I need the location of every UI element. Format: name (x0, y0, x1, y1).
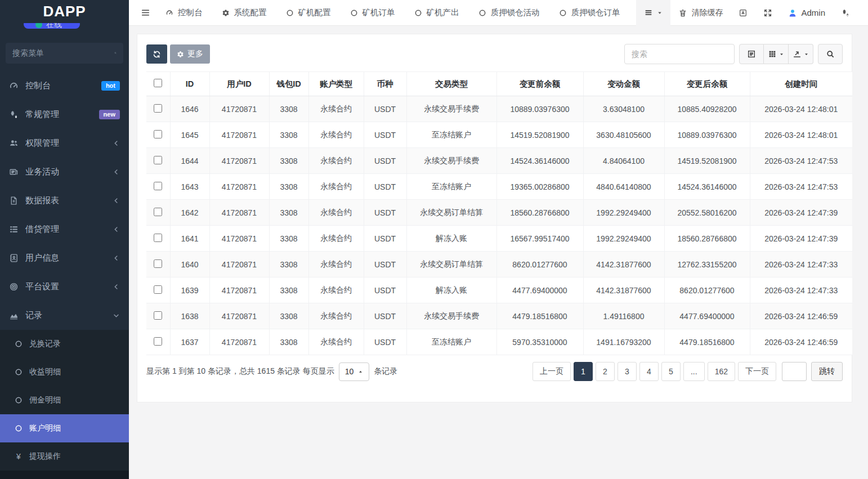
table-cell: 2026-03-24 12:47:33 (750, 252, 852, 277)
table-cell: 1638 (170, 303, 209, 329)
sidebar-item[interactable]: 数据报表 (0, 186, 129, 215)
table-cell: 41720871 (209, 329, 269, 355)
sidebar-subitem[interactable]: 账户明细 (0, 414, 129, 442)
sidebar-submenu: 兑换记录收益明细佣金明细账户明细¥提现操作 (0, 330, 129, 471)
table-search-input[interactable] (624, 44, 735, 64)
sidebar-subitem[interactable]: 兑换记录 (0, 330, 129, 358)
column-header: 交易类型 (406, 72, 496, 96)
row-checkbox-cell (146, 122, 170, 148)
row-checkbox[interactable] (154, 285, 162, 294)
chevron-left-icon (113, 168, 120, 176)
menu-search-input[interactable] (12, 48, 114, 57)
row-checkbox[interactable] (154, 311, 162, 320)
row-checkbox-cell (146, 329, 170, 355)
tab-list-dropdown-button[interactable] (636, 0, 670, 26)
table-cell: 4477.69400000 (664, 303, 750, 329)
search-button[interactable] (818, 44, 843, 64)
clear-cache-button[interactable]: 清除缓存 (670, 0, 731, 26)
columns-button[interactable] (764, 44, 789, 64)
table-cell: 41720871 (209, 122, 269, 148)
table-cell: 12762.33155200 (664, 252, 750, 277)
refresh-button[interactable] (146, 44, 167, 64)
page-number-button[interactable]: 162 (708, 362, 735, 381)
sidebar-subitem[interactable]: ¥提现操作 (0, 442, 129, 471)
topnav-tab[interactable]: 质押锁仓订单 (549, 0, 630, 26)
table-cell: 2026-03-24 12:47:33 (750, 277, 852, 303)
row-checkbox[interactable] (154, 234, 162, 242)
table-cell: 19365.00286800 (496, 174, 583, 200)
page-number-button[interactable]: 4 (639, 362, 659, 381)
table-cell: 永续合约 (308, 148, 364, 174)
sidebar-item[interactable]: 控制台hot (0, 71, 129, 100)
page-number-button[interactable]: 2 (596, 362, 615, 381)
detail-view-button[interactable] (739, 44, 764, 64)
jump-page-input[interactable] (782, 362, 807, 381)
table-cell: 2026-03-24 12:46:59 (750, 303, 852, 329)
sidebar-subitem[interactable]: 收益明细 (0, 358, 129, 386)
sidebar-subitem-label: 提现操作 (29, 451, 61, 462)
row-checkbox[interactable] (154, 156, 162, 164)
row-checkbox-cell (146, 200, 170, 226)
sidebar-item[interactable]: 平台设置 (0, 272, 129, 301)
topnav-tab[interactable]: 矿机产出 (405, 0, 469, 26)
sidebar-item-label: 平台设置 (25, 281, 59, 292)
sidebar-subitem[interactable]: 佣金明细 (0, 386, 129, 414)
row-checkbox[interactable] (154, 337, 162, 346)
topnav-tab[interactable]: 系统配置 (212, 0, 276, 26)
page-size-dropdown[interactable]: 10 (339, 362, 370, 381)
row-checkbox[interactable] (154, 104, 162, 113)
settings-button[interactable] (833, 0, 858, 26)
language-button[interactable] (731, 0, 755, 26)
topnav-tab-label: 系统配置 (234, 7, 267, 18)
record-summary-suffix: 条记录 (374, 366, 397, 377)
table-cell: 14524.36146000 (664, 174, 750, 200)
sidebar-item-label: 权限管理 (25, 138, 59, 149)
topnav-tab[interactable]: 质押锁仓活动 (469, 0, 549, 26)
user-menu[interactable]: Admin (780, 0, 833, 26)
circle-icon (478, 9, 486, 17)
row-checkbox[interactable] (154, 182, 162, 190)
chevron-down-icon (113, 312, 120, 319)
table-cell: 3308 (269, 303, 308, 329)
column-header: 创建时间 (750, 72, 852, 96)
row-checkbox[interactable] (154, 259, 162, 268)
topnav-tab[interactable]: 矿机配置 (276, 0, 341, 26)
topnav-tab[interactable]: 控制台 (156, 0, 212, 26)
sidebar-item[interactable]: 用户信息 (0, 244, 129, 272)
table-cell: 41720871 (209, 277, 269, 303)
table-row: 1645417208713308永续合约USDT至冻结账户14519.52081… (146, 122, 852, 148)
sidebar-item[interactable]: 常规管理new (0, 100, 129, 129)
row-checkbox[interactable] (154, 130, 162, 138)
chevron-left-icon (113, 140, 120, 147)
jump-button[interactable]: 跳转 (811, 362, 843, 381)
sidebar-item[interactable]: 权限管理 (0, 129, 129, 158)
sidebar-item[interactable]: 记录 (0, 301, 129, 330)
sidebar-item[interactable]: 借贷管理 (0, 215, 129, 244)
export-button[interactable] (789, 44, 813, 64)
table-cell: 5970.35310000 (496, 329, 583, 355)
table-cell: 41720871 (209, 303, 269, 329)
circle-icon (414, 9, 422, 17)
sidebar-item[interactable]: 业务活动 (0, 158, 129, 186)
table-cell: 41720871 (209, 200, 269, 226)
page-size-value: 10 (345, 367, 354, 376)
topnav-tab[interactable]: 矿机订单 (341, 0, 405, 26)
page-number-button[interactable]: 3 (618, 362, 637, 381)
table-cell: USDT (364, 96, 406, 122)
table-cell: 3308 (269, 148, 308, 174)
more-button[interactable]: 更多 (170, 44, 210, 64)
table-cell: 永续合约 (308, 329, 364, 355)
row-checkbox[interactable] (154, 208, 162, 216)
page-next-button[interactable]: 下一页 (738, 362, 776, 381)
table-cell: 永续交易手续费 (406, 303, 496, 329)
trash-icon (678, 8, 687, 17)
page-number-button[interactable]: 1 (574, 362, 593, 381)
page-prev-button[interactable]: 上一页 (533, 362, 571, 381)
circle-icon (15, 396, 23, 404)
table-cell: 4.84064100 (583, 148, 664, 174)
page-number-button[interactable]: 5 (661, 362, 681, 381)
page-number-button[interactable]: ... (683, 362, 705, 381)
select-all-checkbox[interactable] (154, 79, 162, 87)
sidebar-toggle-button[interactable] (137, 5, 154, 21)
fullscreen-button[interactable] (755, 0, 780, 26)
